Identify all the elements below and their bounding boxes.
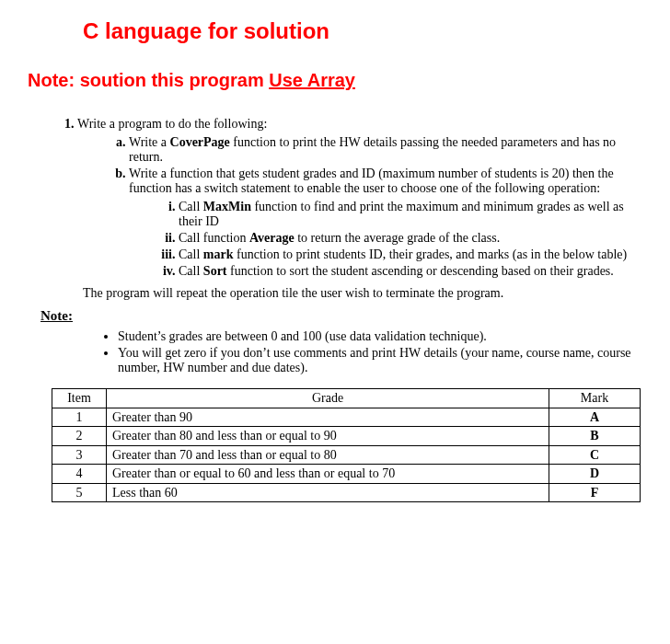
- cell-item: 2: [52, 427, 107, 446]
- cell-grade: Greater than 80 and less than or equal t…: [107, 427, 549, 446]
- item-ii-bold: Average: [249, 231, 295, 245]
- cell-grade: Greater than 90: [107, 408, 549, 427]
- cell-mark: B: [549, 427, 641, 446]
- repeat-note: The program will repeat the operation ti…: [83, 286, 642, 301]
- cell-grade: Greater than 70 and less than or equal t…: [107, 445, 549, 465]
- cell-mark: D: [549, 465, 641, 484]
- note-underlined: Use Array: [269, 70, 355, 90]
- item-iii-text: Call mark function to print students ID,…: [179, 247, 627, 261]
- roman-list: Call MaxMin function to find and print t…: [129, 200, 642, 279]
- item-i-text: Call MaxMin function to find and print t…: [179, 200, 624, 228]
- cell-mark: F: [549, 483, 641, 502]
- item-iv-text: Call Sort function to sort the student a…: [179, 264, 614, 278]
- item-i-pre: Call: [179, 200, 203, 213]
- item-iii-post: function to print students ID, their gra…: [234, 247, 628, 261]
- table-row: 1 Greater than 90 A: [52, 408, 641, 427]
- item-ii-text: Call function Average to return the aver…: [179, 231, 500, 245]
- grade-table: Item Grade Mark 1 Greater than 90 A 2 Gr…: [52, 388, 641, 502]
- item-a: Write a CoverPage function to print the …: [129, 135, 642, 165]
- header-mark: Mark: [549, 389, 641, 408]
- item-iv-post: function to sort the student ascending o…: [227, 264, 614, 278]
- item-iii-pre: Call: [179, 247, 203, 261]
- header-item: Item: [52, 389, 107, 408]
- question-1: Write a program to do the following: Wri…: [77, 117, 642, 279]
- item-a-bold: CoverPage: [170, 135, 230, 149]
- cell-item: 4: [52, 465, 107, 484]
- table-row: 4 Greater than or equal to 60 and less t…: [52, 465, 641, 484]
- cell-grade: Less than 60: [107, 483, 549, 502]
- table-row: 2 Greater than 80 and less than or equal…: [52, 427, 641, 446]
- sub-list-ab: Write a CoverPage function to print the …: [77, 135, 642, 279]
- cell-item: 5: [52, 483, 107, 502]
- item-ii-pre: Call function: [179, 231, 249, 245]
- note-bullet-1: Student’s grades are between 0 and 100 (…: [118, 329, 642, 344]
- cell-item: 1: [52, 408, 107, 427]
- note-label: Note:: [40, 308, 642, 324]
- item-iii-bold: mark: [203, 247, 234, 261]
- table-row: 5 Less than 60 F: [52, 483, 641, 502]
- item-iv-pre: Call: [179, 264, 203, 278]
- note-prefix: Note: soution this program: [28, 70, 269, 90]
- header-grade: Grade: [107, 389, 549, 408]
- cell-grade: Greater than or equal to 60 and less tha…: [107, 465, 549, 484]
- cell-mark: A: [549, 408, 641, 427]
- main-ordered-list: Write a program to do the following: Wri…: [28, 117, 642, 279]
- table-row: 3 Greater than 70 and less than or equal…: [52, 445, 641, 465]
- note-use-array: Note: soution this program Use Array: [28, 70, 642, 91]
- item-iii: Call mark function to print students ID,…: [179, 247, 642, 262]
- item-a-text: Write a CoverPage function to print the …: [129, 135, 616, 164]
- item-i-bold: MaxMin: [203, 200, 251, 213]
- item-ii: Call function Average to return the aver…: [179, 231, 642, 246]
- item-ii-post: to return the average grade of the class…: [295, 231, 501, 245]
- cell-item: 3: [52, 445, 107, 465]
- item-b: Write a function that gets student grade…: [129, 167, 642, 279]
- note-bullet-2: You will get zero if you don’t use comme…: [118, 346, 642, 375]
- item-b-text: Write a function that gets student grade…: [129, 167, 614, 195]
- page-title: C language for solution: [83, 18, 642, 44]
- table-header-row: Item Grade Mark: [52, 389, 641, 408]
- question-1-lead: Write a program to do the following:: [77, 117, 267, 131]
- item-iv-bold: Sort: [203, 264, 227, 278]
- item-iv: Call Sort function to sort the student a…: [179, 264, 642, 279]
- item-i: Call MaxMin function to find and print t…: [179, 200, 642, 229]
- item-a-pre: Write a: [129, 135, 170, 149]
- notes-bullets: Student’s grades are between 0 and 100 (…: [28, 329, 642, 375]
- cell-mark: C: [549, 445, 641, 465]
